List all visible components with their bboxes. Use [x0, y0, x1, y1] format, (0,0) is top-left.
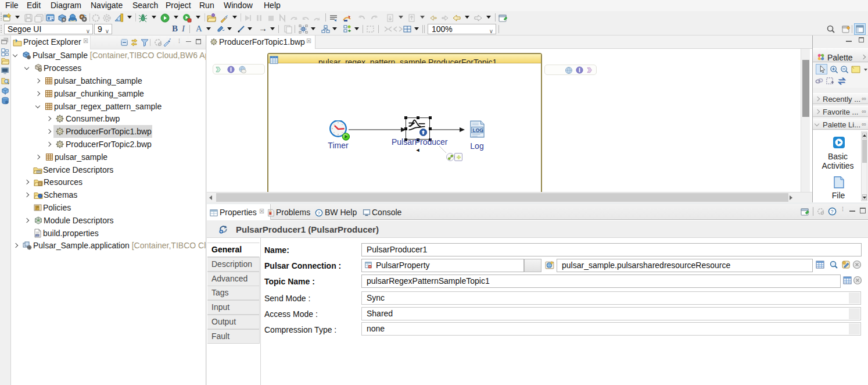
- svg-text:010: 010: [36, 235, 40, 237]
- svg-text:?: ?: [317, 211, 320, 216]
- svg-text:?: ?: [831, 209, 834, 215]
- svg-text:LOG: LOG: [473, 127, 483, 133]
- svg-text:P: P: [36, 206, 38, 210]
